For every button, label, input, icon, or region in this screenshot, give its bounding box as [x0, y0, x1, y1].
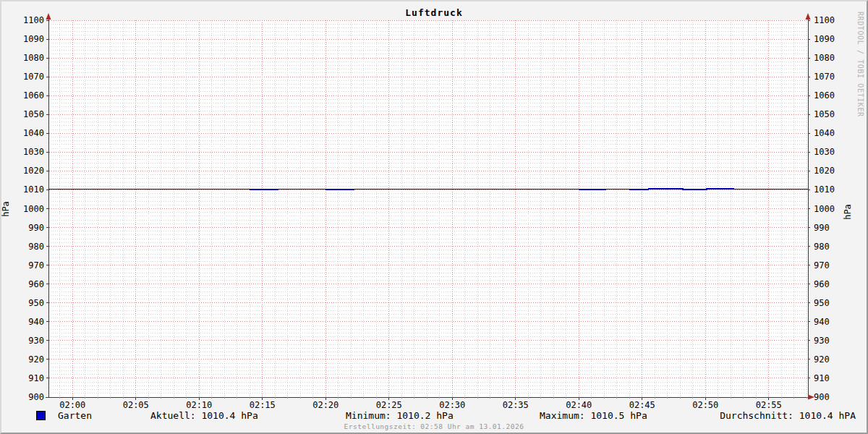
- svg-text:1080: 1080: [23, 53, 44, 63]
- svg-text:02:20: 02:20: [312, 400, 339, 410]
- svg-text:940: 940: [814, 317, 830, 327]
- svg-text:980: 980: [814, 242, 830, 252]
- svg-text:1000: 1000: [23, 204, 44, 214]
- series-line-garten: [48, 189, 808, 190]
- stat-average: Durchschnitt: 1010.4 hPA: [720, 410, 856, 421]
- svg-text:02:25: 02:25: [376, 400, 402, 410]
- svg-text:970: 970: [28, 260, 44, 271]
- svg-text:02:45: 02:45: [629, 400, 655, 410]
- svg-text:1020: 1020: [23, 166, 44, 176]
- svg-text:02:10: 02:10: [186, 400, 212, 410]
- svg-text:930: 930: [814, 336, 830, 346]
- svg-text:02:35: 02:35: [503, 400, 529, 410]
- svg-text:02:40: 02:40: [566, 400, 592, 410]
- svg-text:900: 900: [28, 392, 44, 402]
- svg-text:950: 950: [814, 298, 830, 308]
- svg-text:1070: 1070: [814, 72, 835, 82]
- stat-current: Aktuell: 1010.4 hPa: [150, 410, 258, 421]
- series-name: Garten: [58, 410, 92, 421]
- svg-text:02:15: 02:15: [250, 400, 276, 410]
- chart-canvas: 9009009109109209209309309409409509509609…: [1, 1, 867, 433]
- stat-maximum: Maximum: 1010.5 hPa: [540, 410, 647, 421]
- stat-minimum: Minimum: 1010.2 hPa: [346, 410, 454, 421]
- svg-text:1040: 1040: [23, 128, 44, 138]
- chart-title: Luftdruck: [1, 7, 867, 18]
- svg-text:900: 900: [814, 392, 830, 402]
- creation-timestamp: Erstellungszeit: 02:58 Uhr am 13.01.2026: [1, 422, 867, 430]
- svg-text:1060: 1060: [814, 90, 835, 101]
- svg-text:1060: 1060: [23, 90, 44, 101]
- svg-text:1080: 1080: [814, 53, 835, 63]
- series-color-swatch: [36, 411, 46, 420]
- svg-text:960: 960: [28, 279, 44, 289]
- svg-text:1000: 1000: [814, 204, 835, 214]
- svg-text:02:50: 02:50: [692, 400, 718, 410]
- svg-text:910: 910: [28, 373, 44, 383]
- svg-text:1050: 1050: [23, 109, 44, 119]
- svg-text:960: 960: [814, 279, 830, 289]
- svg-text:02:00: 02:00: [59, 400, 85, 410]
- svg-text:940: 940: [28, 317, 44, 327]
- rrdtool-watermark: RRDTOOL / TOBI OETIKER: [856, 12, 864, 117]
- svg-text:1030: 1030: [23, 147, 44, 157]
- svg-text:1040: 1040: [814, 128, 835, 138]
- svg-text:02:30: 02:30: [439, 400, 465, 410]
- y-axis-label-left: hPa: [1, 201, 11, 217]
- svg-text:1010: 1010: [23, 184, 44, 195]
- y-axis-label-right: hPa: [843, 204, 853, 220]
- svg-text:990: 990: [814, 223, 830, 233]
- svg-text:1050: 1050: [814, 109, 835, 119]
- svg-text:990: 990: [28, 223, 44, 233]
- svg-text:980: 980: [28, 242, 44, 252]
- svg-text:920: 920: [814, 354, 830, 365]
- svg-text:1010: 1010: [814, 184, 835, 195]
- svg-text:1070: 1070: [23, 72, 44, 82]
- svg-text:1030: 1030: [814, 147, 835, 157]
- svg-text:1090: 1090: [814, 34, 835, 44]
- svg-text:02:55: 02:55: [756, 400, 782, 410]
- rrdtool-graph: 9009009109109209209309309409409509509609…: [0, 0, 868, 434]
- svg-text:930: 930: [28, 336, 44, 346]
- svg-text:1090: 1090: [23, 34, 44, 44]
- svg-text:950: 950: [28, 298, 44, 308]
- svg-text:920: 920: [28, 354, 44, 365]
- svg-text:02:05: 02:05: [123, 400, 149, 410]
- svg-text:910: 910: [814, 373, 830, 383]
- legend: Garten Aktuell: 1010.4 hPa Minimum: 1010…: [1, 410, 867, 422]
- svg-text:1020: 1020: [814, 166, 835, 176]
- svg-text:970: 970: [814, 260, 830, 271]
